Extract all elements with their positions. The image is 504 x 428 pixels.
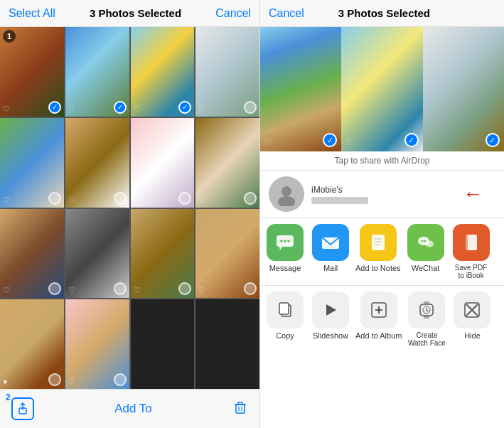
left-header: Select All 3 Photos Selected Cancel [0, 0, 259, 27]
heart-icon: ♡ [68, 196, 75, 205]
photo-cell[interactable]: ♡ [131, 209, 195, 299]
right-panel: Cancel 3 Photos Selected ♡ ✓ ♡ ✓ ✓ Tap t… [259, 0, 504, 428]
photo-cell[interactable]: ♡ [65, 299, 129, 389]
photo-cell[interactable]: ♡ [195, 27, 259, 117]
action-watch-face[interactable]: CreateWatch Face [406, 291, 447, 347]
person-icon [274, 182, 299, 206]
svg-rect-16 [372, 235, 385, 250]
share-app-wechat[interactable]: WeChat [405, 224, 446, 279]
svg-point-23 [424, 240, 426, 242]
copy-label: Copy [276, 331, 294, 340]
svg-marker-11 [279, 247, 282, 250]
photo-cell[interactable]: ♡ [0, 118, 64, 208]
contacts-row: iMobie's ← [260, 171, 504, 218]
copy-icon-box [267, 291, 304, 328]
photo-cell[interactable]: ♡ [195, 118, 259, 208]
heart-icon: ♡ [3, 196, 10, 205]
photo-check-icon: ✓ [178, 101, 191, 114]
hide-label: Hide [464, 331, 481, 340]
wechat-app-icon [407, 224, 444, 261]
photo-check-icon: ✓ [323, 133, 337, 147]
trash-icon [232, 400, 248, 415]
photo-cell[interactable]: ♡ [131, 118, 195, 208]
share-app-message[interactable]: Message [264, 224, 306, 279]
mail-app-label: Mail [323, 264, 338, 272]
photo-cell[interactable]: ♡ [0, 209, 64, 299]
selected-photo[interactable]: ✓ [423, 27, 504, 151]
svg-point-8 [282, 186, 291, 196]
play-icon [323, 302, 338, 318]
photo-check-empty [114, 192, 127, 205]
photo-check-icon: ✓ [114, 101, 127, 114]
watch-icon [417, 301, 436, 319]
share-app-notes[interactable]: Add to Notes [355, 224, 401, 279]
hide-icon [463, 301, 481, 319]
watch-face-label: CreateWatch Face [408, 331, 446, 347]
photo-cell[interactable]: ♥ [0, 299, 64, 389]
left-cancel-button[interactable]: Cancel [215, 7, 251, 20]
share-icon [16, 402, 29, 415]
wechat-icon [415, 232, 436, 253]
left-selected-count: 3 Photos Selected [90, 7, 181, 19]
photo-check-empty [48, 373, 61, 386]
photo-cell[interactable]: ♡ [195, 209, 259, 299]
photo-check-empty [244, 101, 257, 114]
selected-photo[interactable]: ♡ ✓ [341, 27, 422, 151]
svg-marker-28 [326, 304, 336, 316]
photo-cell[interactable]: 1 ♡ ✓ [0, 27, 64, 117]
left-footer: 2 Add To [0, 389, 259, 428]
photo-cell[interactable]: ♡ [65, 118, 129, 208]
heart-icon: ♡ [134, 196, 141, 205]
photo-check-empty [244, 192, 257, 205]
trash-button[interactable] [232, 400, 248, 419]
notes-icon [368, 232, 388, 252]
action-slideshow[interactable]: Slideshow [310, 291, 351, 347]
mail-app-icon [312, 224, 349, 261]
right-header: Cancel 3 Photos Selected [260, 0, 504, 27]
action-copy[interactable]: Copy [264, 291, 306, 347]
contact-avatar[interactable] [269, 176, 304, 212]
photo-cell[interactable]: ♡ ✓ [65, 27, 129, 117]
book-icon [461, 232, 481, 252]
add-album-icon-box [360, 291, 397, 328]
svg-point-9 [278, 196, 295, 206]
heart-icon: ♡ [3, 105, 10, 114]
photo-check-empty [114, 282, 127, 295]
share-apps-row: Message Mail Add to Notes [260, 218, 504, 286]
photo-cell[interactable]: ♡ ✓ [131, 27, 195, 117]
add-to-button[interactable]: Add To [114, 402, 152, 416]
photo-check-empty [48, 192, 61, 205]
action-add-album[interactable]: Add to Album [355, 291, 402, 347]
heart-icon: ♡ [68, 286, 75, 295]
heart-icon: ♡ [198, 196, 205, 205]
heart-icon: ♡ [68, 105, 75, 114]
svg-point-22 [421, 240, 423, 242]
selected-photo[interactable]: ♡ ✓ [260, 27, 341, 151]
share-app-mail[interactable]: Mail [310, 224, 351, 279]
red-arrow-icon: ← [463, 183, 483, 205]
right-cancel-button[interactable]: Cancel [269, 7, 304, 20]
heart-icon: ♡ [198, 286, 205, 295]
action-hide[interactable]: Hide [451, 291, 493, 347]
message-app-label: Message [269, 264, 301, 272]
photo-check-empty [244, 282, 257, 295]
photo-check-icon: ✓ [404, 133, 419, 147]
svg-line-37 [427, 310, 429, 311]
left-panel: Select All 3 Photos Selected Cancel 1 ♡ … [0, 0, 259, 428]
airdrop-hint: Tap to share with AirDrop [260, 151, 504, 171]
heart-icon: ♡ [198, 105, 205, 114]
share-app-savepdf[interactable]: Save PDFto iBook [451, 224, 492, 279]
select-all-button[interactable]: Select All [9, 7, 55, 20]
contact-blurred-info [311, 197, 368, 204]
heart-icon: ♡ [345, 137, 353, 147]
svg-rect-1 [236, 405, 245, 413]
svg-point-14 [287, 240, 290, 242]
photo-check-icon: ✓ [486, 133, 500, 147]
heart-icon: ♥ [3, 378, 8, 386]
wechat-app-label: WeChat [412, 264, 440, 272]
photo-cell[interactable]: ♡ [65, 209, 129, 299]
savepdf-app-icon [453, 224, 490, 261]
photo-check-empty [178, 192, 191, 205]
share-button[interactable] [11, 397, 34, 420]
actions-row: Copy Slideshow Add to Album [260, 286, 504, 353]
